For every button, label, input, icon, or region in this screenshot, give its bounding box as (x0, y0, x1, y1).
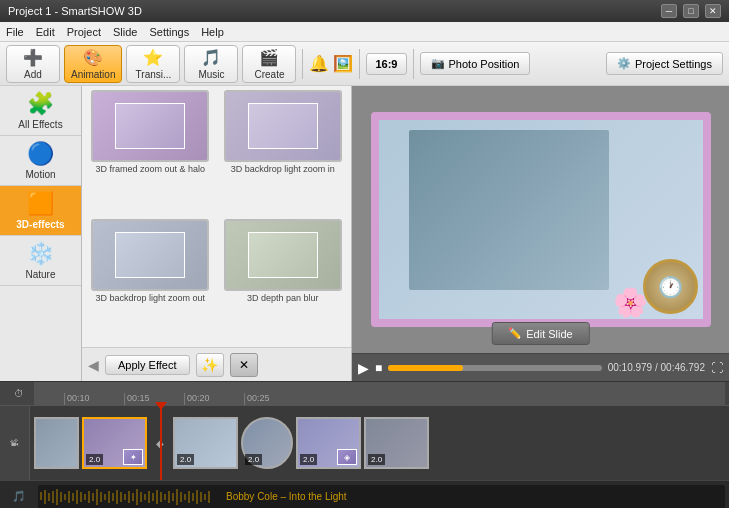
magic-wand-button[interactable]: ✨ (196, 353, 224, 377)
animation-icon: 🎨 (83, 48, 103, 67)
svg-rect-30 (160, 492, 162, 502)
slide-thumb-3[interactable]: 2.0 (241, 417, 293, 469)
animation-button[interactable]: 🎨 Animation (64, 45, 122, 83)
3d-effects-icon: 🟧 (27, 191, 54, 217)
photo-position-button[interactable]: 📷 Photo Position (420, 52, 531, 75)
svg-rect-11 (84, 494, 86, 500)
svg-rect-16 (104, 494, 106, 500)
category-nature[interactable]: ❄️ Nature (0, 236, 81, 286)
preview-panel: 🕐 🌸 ✏️ Edit Slide ▶ ■ 00:10.979 / 00:46.… (352, 86, 729, 381)
effect-item-1[interactable]: 3D backdrop light zoom in (219, 90, 348, 215)
svg-rect-26 (144, 494, 146, 500)
effect-label-0: 3D framed zoom out & halo (95, 164, 205, 174)
svg-rect-13 (92, 493, 94, 501)
slide-num-2: 2.0 (177, 454, 194, 465)
svg-rect-3 (52, 491, 54, 503)
audio-waveform[interactable]: Bobby Cole – Into the Light (38, 485, 725, 509)
slide-num-4: 2.0 (300, 454, 317, 465)
slide-thumb-0[interactable] (34, 417, 79, 469)
effect-label-3: 3D depth pan blur (247, 293, 319, 303)
gallery-icon[interactable]: 🖼️ (333, 54, 353, 73)
timeline-side-icon: ⏱ (14, 388, 24, 399)
svg-rect-22 (128, 491, 130, 503)
menu-settings[interactable]: Settings (149, 26, 189, 38)
category-motion[interactable]: 🔵 Motion (0, 136, 81, 186)
category-all-effects[interactable]: 🧩 All Effects (0, 86, 81, 136)
audio-track: 🎵 (0, 480, 729, 508)
menu-project[interactable]: Project (67, 26, 101, 38)
effect-item-2[interactable]: 3D backdrop light zoom out (86, 219, 215, 344)
effect-item-3[interactable]: 3D depth pan blur (219, 219, 348, 344)
settings-icon: ⚙️ (617, 57, 631, 70)
nature-label: Nature (25, 269, 55, 280)
stop-button[interactable]: ■ (375, 361, 382, 375)
svg-rect-36 (184, 494, 186, 500)
category-3d-effects[interactable]: 🟧 3D-effects (0, 186, 81, 236)
slide-img-0 (34, 417, 79, 469)
ratio-button[interactable]: 16:9 (366, 53, 406, 75)
edit-slide-button[interactable]: ✏️ Edit Slide (491, 322, 589, 345)
svg-rect-25 (140, 492, 142, 502)
menu-edit[interactable]: Edit (36, 26, 55, 38)
minimize-button[interactable]: ─ (661, 4, 677, 18)
svg-rect-6 (64, 494, 66, 500)
effect-label-1: 3D backdrop light zoom in (231, 164, 335, 174)
slide-img-4: 2.0 ◈ (296, 417, 361, 469)
app-title: Project 1 - SmartSHOW 3D (8, 5, 142, 17)
svg-rect-42 (208, 491, 210, 503)
effect-item-0[interactable]: 3D framed zoom out & halo (86, 90, 215, 215)
close-button[interactable]: ✕ (705, 4, 721, 18)
svg-rect-5 (60, 492, 62, 502)
menu-file[interactable]: File (6, 26, 24, 38)
svg-rect-20 (120, 492, 122, 502)
preview-frame: 🕐 🌸 (371, 112, 711, 327)
transitions-button[interactable]: ⭐ Transi... (126, 45, 180, 83)
effect-label-2: 3D backdrop light zoom out (95, 293, 205, 303)
slide-num-3: 2.0 (245, 454, 262, 465)
play-button[interactable]: ▶ (358, 360, 369, 376)
motion-icon: 🔵 (27, 141, 54, 167)
svg-rect-40 (200, 492, 202, 502)
add-icon: ➕ (23, 48, 43, 67)
menu-help[interactable]: Help (201, 26, 224, 38)
progress-bar[interactable] (388, 365, 601, 371)
timeline-area: 📽 2.0 ✦ ◆ 2.0 2.0 (0, 405, 729, 480)
create-icon: 🎬 (259, 48, 279, 67)
separator-3 (413, 49, 414, 79)
svg-rect-38 (192, 493, 194, 501)
slide-num-5: 2.0 (368, 454, 385, 465)
effects-toolbar: ◀ Apply Effect ✨ ✕ (82, 347, 351, 381)
all-effects-icon: 🧩 (27, 91, 54, 117)
svg-rect-37 (188, 491, 190, 503)
svg-rect-4 (56, 489, 58, 505)
timeline-side: 📽 (0, 406, 30, 480)
svg-rect-28 (152, 493, 154, 501)
progress-fill (388, 365, 463, 371)
slide-thumb-1[interactable]: 2.0 ✦ (82, 417, 147, 469)
svg-rect-17 (108, 491, 110, 503)
maximize-button[interactable]: □ (683, 4, 699, 18)
slide-img-2: 2.0 (173, 417, 238, 469)
svg-rect-27 (148, 491, 150, 503)
apply-effect-button[interactable]: Apply Effect (105, 355, 190, 375)
slide-thumb-4[interactable]: 2.0 ◈ (296, 417, 361, 469)
effects-panel: 3D framed zoom out & halo 3D backdrop li… (82, 86, 352, 381)
create-button[interactable]: 🎬 Create (242, 45, 296, 83)
add-button[interactable]: ➕ Add (6, 45, 60, 83)
music-button[interactable]: 🎵 Music (184, 45, 238, 83)
fullscreen-button[interactable]: ⛶ (711, 361, 723, 375)
music-icon: 🎵 (201, 48, 221, 67)
svg-rect-18 (112, 493, 114, 501)
slide-thumb-5[interactable]: 2.0 (364, 417, 429, 469)
effect-thumb-1 (224, 90, 342, 162)
clear-effect-button[interactable]: ✕ (230, 353, 258, 377)
slide-thumb-2[interactable]: 2.0 (173, 417, 238, 469)
project-settings-button[interactable]: ⚙️ Project Settings (606, 52, 723, 75)
svg-rect-24 (136, 489, 138, 505)
svg-rect-32 (168, 491, 170, 503)
pencil-icon: ✏️ (508, 327, 522, 340)
playback-bar: ▶ ■ 00:10.979 / 00:46.792 ⛶ (352, 353, 729, 381)
menu-slide[interactable]: Slide (113, 26, 137, 38)
3d-effects-label: 3D-effects (16, 219, 64, 230)
notification-bell-icon[interactable]: 🔔 (309, 54, 329, 73)
